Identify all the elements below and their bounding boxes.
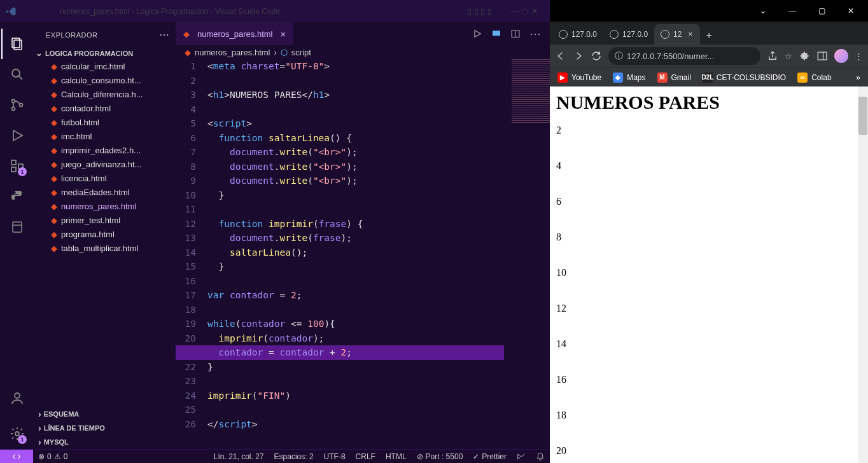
globe-icon — [610, 30, 619, 39]
activity-account[interactable] — [1, 383, 32, 413]
close-tab-icon[interactable]: × — [688, 30, 692, 39]
bookmark-item[interactable]: ∞Colab — [797, 73, 831, 83]
file-item[interactable]: ◆imprimir_edades2.h... — [33, 143, 176, 157]
new-tab-button[interactable]: + — [700, 27, 718, 45]
file-item[interactable]: ◆contador.html — [33, 101, 176, 115]
file-item[interactable]: ◆calculo_consumo.ht... — [33, 73, 176, 87]
sidebar-section[interactable]: ›ESQUEMA — [33, 407, 176, 421]
side-panel-icon[interactable] — [816, 50, 828, 62]
status-eol[interactable]: CRLF — [351, 452, 381, 461]
file-list: ◆calcular_imc.html◆calculo_consumo.ht...… — [33, 59, 176, 407]
bookmark-icon: ▶ — [557, 73, 568, 83]
more-actions-icon[interactable]: ⋯ — [529, 27, 541, 41]
page-scrollbar[interactable] — [858, 86, 868, 463]
status-prettier[interactable]: ✓Prettier — [468, 452, 512, 461]
status-problems[interactable]: ⊗0 ⚠0 — [33, 452, 73, 461]
status-language[interactable]: HTML — [381, 452, 412, 461]
forward-button[interactable] — [573, 50, 584, 62]
minimap[interactable] — [512, 59, 550, 123]
file-name: programa.html — [61, 230, 115, 239]
activity-python-icon[interactable] — [1, 181, 32, 212]
close-tab-icon[interactable]: × — [281, 29, 286, 39]
profile-avatar[interactable] — [834, 49, 848, 63]
html-file-icon: ◆ — [51, 146, 57, 155]
breadcrumb[interactable]: ◆ numeros_pares.html › ⬡ script — [176, 45, 550, 59]
file-item[interactable]: ◆licencia.html — [33, 171, 176, 185]
bookmarks-overflow-icon[interactable]: » — [856, 73, 860, 82]
activity-source-control[interactable] — [1, 90, 32, 120]
bookmark-icon: ◆ — [613, 73, 623, 83]
html-file-icon: ◆ — [51, 216, 57, 225]
activity-run-debug[interactable] — [1, 120, 32, 151]
svg-marker-7 — [13, 130, 22, 141]
file-item[interactable]: ◆tabla_multiplicar.html — [33, 241, 176, 255]
bookmark-item[interactable]: D2LCET-COLSUBSIDIO — [703, 73, 786, 83]
sidebar-explorer: EXPLORADOR ⋯ ⌄ LOGICA PROGRAMACION ◆calc… — [33, 22, 176, 449]
run-icon[interactable] — [472, 29, 482, 39]
browser-tab[interactable]: 127.0.0 — [603, 24, 654, 45]
sidebar-section[interactable]: ›LÍNEA DE TIEMPO — [33, 421, 176, 435]
file-item[interactable]: ◆programa.html — [33, 227, 176, 241]
activity-search[interactable] — [1, 59, 32, 90]
globe-icon — [661, 30, 669, 39]
live-preview-icon[interactable] — [491, 29, 501, 39]
browser-tab[interactable]: 127.0.0 — [552, 24, 603, 45]
split-editor-icon[interactable] — [510, 29, 521, 39]
layout-icons[interactable]: ▯ ▯ ▯ ▯ — [467, 6, 492, 16]
file-item[interactable]: ◆numeros_pares.html — [33, 199, 176, 213]
file-name: mediaEdades.html — [61, 188, 130, 197]
html-file-icon: ◆ — [51, 230, 57, 239]
html-file-icon: ◆ — [51, 160, 57, 169]
share-icon[interactable] — [767, 50, 778, 62]
minimize-button[interactable]: — — [778, 1, 807, 20]
file-name: imc.html — [61, 132, 92, 141]
tab-title: 127.0.0 — [622, 30, 648, 39]
svg-rect-19 — [818, 52, 827, 60]
status-cursor-position[interactable]: Lín. 21, col. 27 — [209, 452, 269, 461]
code-content[interactable]: <meta charset="UTF-8"><h1>NUMEROS PARES<… — [207, 59, 550, 449]
browser-tab[interactable]: 12× — [654, 24, 700, 45]
maximize-button[interactable]: ▢ — [807, 1, 836, 20]
bookmark-item[interactable]: MGmail — [657, 73, 691, 83]
status-indentation[interactable]: Espacios: 2 — [269, 452, 319, 461]
status-encoding[interactable]: UTF-8 — [319, 452, 351, 461]
reload-button[interactable] — [591, 50, 602, 62]
scrollbar-thumb[interactable] — [858, 97, 867, 135]
file-item[interactable]: ◆primer_test.html — [33, 213, 176, 227]
code-editor[interactable]: 1234567891011121314151617181920212223242… — [176, 59, 550, 449]
file-item[interactable]: ◆imc.html — [33, 129, 176, 143]
activity-container-icon[interactable] — [1, 212, 32, 242]
bookmark-item[interactable]: ◆Maps — [613, 73, 645, 83]
file-item[interactable]: ◆Calculo_diferencia.h... — [33, 87, 176, 101]
explorer-more-icon[interactable]: ⋯ — [159, 29, 170, 41]
back-button[interactable] — [555, 50, 566, 62]
url-input[interactable]: ⓘ 127.0.0.7:5500/numer... — [608, 47, 760, 65]
tab-title: 12 — [673, 30, 682, 39]
status-live-server[interactable]: ⊘Port : 5500 — [412, 452, 468, 461]
activity-settings[interactable]: 1 — [1, 418, 32, 449]
file-item[interactable]: ◆mediaEdades.html — [33, 185, 176, 199]
status-bell-icon[interactable] — [531, 452, 550, 461]
workspace-folder[interactable]: ⌄ LOGICA PROGRAMACION — [33, 47, 176, 59]
menu-icon[interactable]: ⋮ — [855, 52, 863, 61]
file-item[interactable]: ◆futbol.html — [33, 115, 176, 129]
arrow-down-icon[interactable]: ⌄ — [748, 1, 778, 20]
output-number: 12 — [556, 303, 862, 314]
bookmark-icon: D2L — [703, 73, 713, 83]
editor-tab[interactable]: ◆ numeros_pares.html × — [176, 22, 293, 45]
file-item[interactable]: ◆calcular_imc.html — [33, 59, 176, 73]
remote-indicator[interactable] — [0, 450, 33, 463]
star-icon[interactable]: ☆ — [785, 52, 792, 61]
settings-badge: 1 — [18, 435, 27, 444]
file-item[interactable]: ◆juego_adivinanza.ht... — [33, 157, 176, 171]
bookmark-item[interactable]: ▶YouTube — [557, 73, 601, 83]
sidebar-section[interactable]: ›MYSQL — [33, 435, 176, 449]
activity-extensions[interactable]: 1 — [1, 151, 32, 181]
status-feedback-icon[interactable] — [512, 452, 531, 461]
activity-explorer[interactable] — [1, 29, 32, 59]
window-controls[interactable]: — ▢ ✕ — [511, 6, 538, 16]
file-name: primer_test.html — [61, 216, 120, 225]
close-button[interactable]: ✕ — [836, 1, 865, 20]
extensions-icon[interactable] — [799, 50, 810, 62]
section-label: LÍNEA DE TIEMPO — [44, 424, 105, 432]
